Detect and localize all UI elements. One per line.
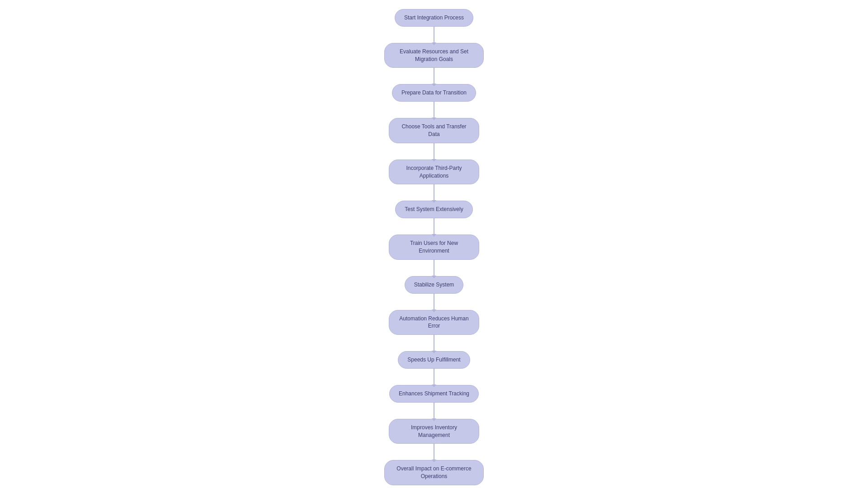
connector-6-7 <box>434 218 434 235</box>
connector-10-11 <box>434 369 434 385</box>
connector-4-5 <box>434 143 434 160</box>
node-4[interactable]: Choose Tools and Transfer Data <box>389 118 479 143</box>
connector-5-6 <box>434 184 434 201</box>
connector-8-9 <box>434 294 434 310</box>
flowchart: Start Integration ProcessEvaluate Resour… <box>344 5 524 488</box>
node-7[interactable]: Train Users for New Environment <box>389 235 479 260</box>
connector-9-10 <box>434 335 434 351</box>
node-6[interactable]: Test System Extensively <box>395 201 472 218</box>
connector-1-2 <box>434 27 434 43</box>
connector-3-4 <box>434 102 434 118</box>
connector-7-8 <box>434 260 434 276</box>
node-5[interactable]: Incorporate Third-Party Applications <box>389 160 479 185</box>
node-9[interactable]: Automation Reduces Human Error <box>389 310 479 335</box>
node-13[interactable]: Overall Impact on E-commerce Operations <box>384 460 484 485</box>
node-11[interactable]: Enhances Shipment Tracking <box>389 385 479 403</box>
connector-12-13 <box>434 444 434 460</box>
connector-11-12 <box>434 403 434 419</box>
node-1[interactable]: Start Integration Process <box>395 9 473 27</box>
node-10[interactable]: Speeds Up Fulfillment <box>398 351 470 369</box>
node-3[interactable]: Prepare Data for Transition <box>392 84 476 102</box>
node-2[interactable]: Evaluate Resources and Set Migration Goa… <box>384 43 484 68</box>
node-12[interactable]: Improves Inventory Management <box>389 419 479 444</box>
node-8[interactable]: Stabilize System <box>405 276 464 294</box>
connector-2-3 <box>434 68 434 84</box>
